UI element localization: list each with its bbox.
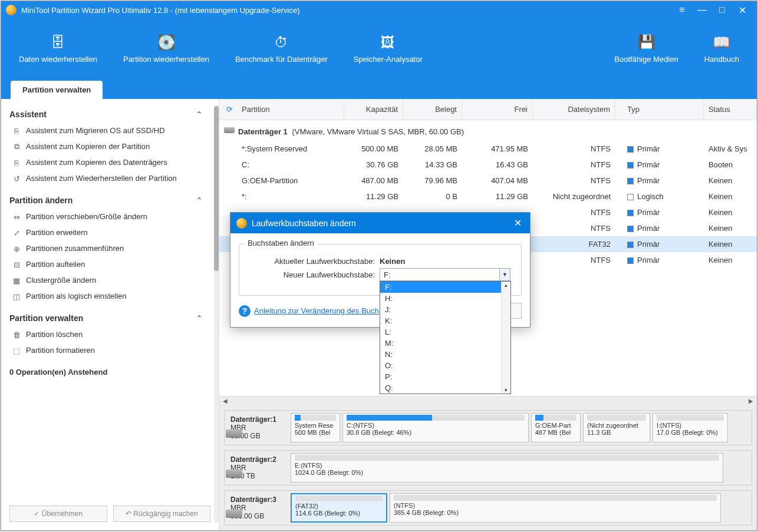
window-title: MiniTool Partition Wizard Pro Ultimativ … (21, 6, 672, 15)
app-icon (6, 5, 17, 15)
col-free[interactable]: Frei (462, 99, 533, 120)
sidebar-section-change[interactable]: Partition ändern⌃ (9, 192, 214, 209)
disk-map-partition[interactable]: System Rese500 MB (Bel (291, 413, 340, 442)
dropdown-scrollbar[interactable]: ▴ ▾ (501, 282, 510, 394)
dialog-title-bar: Laufwerkbuchstaben ändern ✕ (230, 213, 530, 233)
change-drive-letter-dialog: Laufwerkbuchstaben ändern ✕ Buchstaben ä… (230, 212, 530, 328)
menu-icon[interactable]: ≡ (672, 1, 692, 19)
tab-strip: Partition verwalten (1, 78, 757, 99)
undo-button[interactable]: ↶ Rückgängig machen (113, 505, 211, 522)
split-icon: ⊟ (12, 260, 21, 269)
sidebar-item-copy-partition[interactable]: ⧉Assistent zum Kopieren der Partition (9, 138, 214, 154)
extend-icon: ⤢ (12, 228, 21, 237)
analyzer-icon: 🖼 (377, 34, 398, 51)
disk-map-partition[interactable]: C:(NTFS)30.8 GB (Belegt: 46%) (342, 413, 529, 442)
refresh-button[interactable]: ⟳ (222, 99, 237, 120)
col-used[interactable]: Belegt (403, 99, 462, 120)
col-fs[interactable]: Dateisystem (533, 99, 615, 120)
maximize-button[interactable]: □ (712, 1, 732, 19)
dropdown-option[interactable]: L: (380, 326, 510, 338)
disk-map-partition[interactable]: G:OEM-Part487 MB (Bel (531, 413, 581, 442)
main-toolbar: 🗄Daten wiederherstellen 💽Partition wiede… (1, 19, 757, 78)
current-letter-label: Aktueller Laufwerkbuchstabe: (248, 257, 380, 266)
benchmark-icon: ⏱ (271, 34, 292, 51)
disk-map-row: Datenträger:1MBR60.00 GBSystem Rese500 M… (224, 410, 752, 445)
disk-map-row: Datenträger:3MBR500.00 GB(FAT32)114.6 GB… (224, 490, 752, 526)
logical-icon: ◫ (12, 292, 21, 301)
chevron-up-icon: ⌃ (196, 110, 202, 118)
dialog-close-button[interactable]: ✕ (511, 217, 524, 229)
scrollbar-thumb[interactable] (214, 106, 219, 271)
sidebar-item-copy-disk[interactable]: ⎘Assistent zum Kopieren des Datenträgers (9, 154, 214, 170)
dropdown-option[interactable]: N: (380, 349, 510, 360)
sidebar-item-split[interactable]: ⊟Partition aufteilen (9, 256, 214, 272)
chevron-up-icon: ⌃ (196, 196, 202, 204)
dropdown-option[interactable]: Q: (380, 382, 510, 394)
resize-icon: ⇔ (12, 212, 21, 222)
pending-operations-label: 0 Operation(en) Anstehend (9, 364, 214, 380)
dropdown-option[interactable]: J: (380, 304, 510, 315)
sidebar-section-assist[interactable]: Assistent⌃ (9, 106, 214, 123)
sidebar-item-set-logical[interactable]: ◫Partition als logisch einstellen (9, 288, 214, 304)
sidebar-item-merge[interactable]: ⊕Partitionen zusammenführen (9, 240, 214, 256)
dropdown-option[interactable]: P: (380, 371, 510, 382)
dropdown-option[interactable]: M: (380, 338, 510, 349)
dropdown-option[interactable]: O: (380, 360, 510, 371)
close-button[interactable]: ✕ (732, 1, 752, 19)
disk-title[interactable]: Datenträger 1 (VMware, VMware Virtual S … (219, 120, 757, 141)
col-type[interactable]: Typ (615, 99, 704, 120)
copy-partition-icon: ⧉ (12, 142, 21, 151)
col-status[interactable]: Status (704, 99, 757, 120)
bootable-media-button[interactable]: 💾Bootfähige Medien (601, 29, 691, 68)
disk-map-partition[interactable]: (FAT32)114.6 GB (Belegt: 0%) (291, 493, 387, 523)
sidebar-item-extend[interactable]: ⤢Partition erweitern (9, 224, 214, 240)
sidebar-item-cluster[interactable]: ▦Clustergröße ändern (9, 272, 214, 288)
format-icon: ⬚ (12, 346, 21, 355)
dialog-title: Laufwerkbuchstaben ändern (252, 219, 511, 228)
partition-row[interactable]: *:11.29 GB0 B11.29 GBNicht zugeordnetLog… (219, 189, 757, 204)
recover-data-button[interactable]: 🗄Daten wiederherstellen (6, 29, 110, 68)
apply-button[interactable]: ✓ Übernehmen (9, 505, 107, 522)
dropdown-toggle-button[interactable]: ▼ (499, 269, 510, 280)
disk-map-label[interactable]: Datenträger:3MBR500.00 GB (227, 493, 288, 523)
dropdown-option[interactable]: F: (380, 282, 510, 293)
partition-row[interactable]: G:OEM-Partition487.00 MB79.96 MB407.04 M… (219, 173, 757, 189)
partition-row[interactable]: *:System Reserved500.00 MB28.05 MB471.95… (219, 141, 757, 157)
sidebar-item-move-resize[interactable]: ⇔Partition verschieben/Größe ändern (9, 209, 214, 224)
bootable-icon: 💾 (636, 34, 657, 51)
disk-map-partition[interactable]: I:(NTFS)17.0 GB (Belegt: 0%) (652, 413, 728, 442)
new-letter-dropdown[interactable]: F: ▼ ▴ ▾ F:H:J:K:L:M:N:O:P:Q: (380, 268, 510, 281)
horizontal-scrollbar[interactable]: ◀▶ (219, 396, 757, 405)
title-bar: MiniTool Partition Wizard Pro Ultimativ … (1, 1, 757, 19)
disk-map-partition[interactable]: (Nicht zugeordnet11.3 GB (583, 413, 650, 442)
disk-map-label[interactable]: Datenträger:2MBR1.00 TB (227, 453, 288, 483)
handbook-button[interactable]: 📖Handbuch (691, 29, 752, 68)
fieldset-change-letter: Buchstaben ändern Aktueller Laufwerkbuch… (239, 244, 522, 296)
space-analyzer-button[interactable]: 🖼Speicher-Analysator (341, 29, 436, 68)
sidebar-item-migrate-os[interactable]: ⎘Assistent zum Migrieren OS auf SSD/HD (9, 123, 214, 138)
sidebar-scrollbar[interactable] (214, 106, 219, 523)
disk-map-partition[interactable]: E:(NTFS)1024.0 GB (Belegt: 0%) (291, 453, 723, 483)
dropdown-option[interactable]: H: (380, 293, 510, 304)
help-icon: ? (239, 305, 251, 317)
sidebar-item-delete[interactable]: 🗑Partition löschen (9, 326, 214, 342)
col-capacity[interactable]: Kapazität (344, 99, 403, 120)
dropdown-option[interactable]: K: (380, 315, 510, 326)
minimize-button[interactable]: — (692, 1, 712, 19)
sidebar-item-format[interactable]: ⬚Partition formatieren (9, 342, 214, 358)
recover-partition-button[interactable]: 💽Partition wiederherstellen (110, 29, 222, 68)
new-letter-label: Neuer Laufwerkbuchstabe: (248, 270, 380, 279)
tab-manage-partition[interactable]: Partition verwalten (11, 81, 103, 99)
sidebar-section-manage[interactable]: Partition verwalten⌃ (9, 310, 214, 326)
help-link[interactable]: Anleitung zur Veränderung des Buch (254, 306, 379, 315)
sidebar-item-restore-partition[interactable]: ↺Assistent zum Wiederherstellen der Part… (9, 170, 214, 186)
partition-row[interactable]: C:30.76 GB14.33 GB16.43 GBNTFSPrimärBoot… (219, 157, 757, 173)
benchmark-button[interactable]: ⏱Benchmark für Datenträger (222, 29, 341, 68)
chevron-up-icon: ⌃ (196, 314, 202, 322)
migrate-icon: ⎘ (12, 126, 21, 136)
col-partition[interactable]: Partition (237, 99, 344, 120)
disk-map-partition[interactable]: (NTFS)385.4 GB (Belegt: 0%) (390, 493, 721, 523)
disk-map-label[interactable]: Datenträger:1MBR60.00 GB (227, 413, 288, 442)
disk-map-row: Datenträger:2MBR1.00 TBE:(NTFS)1024.0 GB… (224, 450, 752, 485)
dropdown-list: ▴ ▾ F:H:J:K:L:M:N:O:P:Q: (380, 281, 511, 394)
